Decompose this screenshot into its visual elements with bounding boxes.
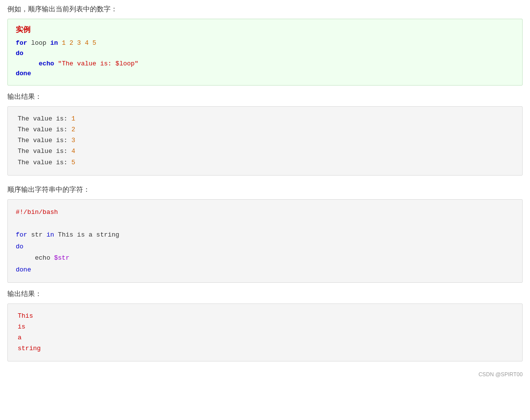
watermark: CSDN @SPIRT00 [7, 371, 523, 377]
output-box-1: The value is: 1 The value is: 2 The valu… [7, 106, 523, 175]
example-box: 实例 for loop in 1 2 3 4 5 do echo "The va… [7, 19, 523, 86]
output-label-1: 输出结果： [7, 92, 523, 101]
output2-line-4: string [18, 343, 512, 354]
code2-line-4: echo $str [16, 252, 514, 264]
intro-text: 例如，顺序输出当前列表中的数字： [7, 5, 523, 14]
output-box-2: This is a string [7, 303, 523, 361]
output-line-4: The value is: 4 [18, 146, 512, 157]
code2-line-1: #!/bin/bash [16, 207, 514, 218]
code-line-3: echo "The value is: $loop" [16, 59, 514, 69]
example-label: 实例 [16, 25, 514, 34]
output2-line-2: is [18, 322, 512, 332]
code-line-4: done [16, 69, 514, 79]
code2-line-5: done [16, 264, 514, 275]
code2-line-3: do [16, 241, 514, 252]
output-line-5: The value is: 5 [18, 157, 512, 168]
code-line-2: do [16, 49, 514, 59]
code-block-1: for loop in 1 2 3 4 5 do echo "The value… [16, 38, 514, 79]
output-label-2: 输出结果： [7, 290, 523, 299]
code-line-1: for loop in 1 2 3 4 5 [16, 38, 514, 49]
section2-label: 顺序输出字符串中的字符： [7, 185, 523, 194]
output-line-2: The value is: 2 [18, 124, 512, 135]
output-line-1: The value is: 1 [18, 114, 512, 124]
output2-line-1: This [18, 311, 512, 322]
code2-line-blank [16, 218, 514, 229]
code2-line-2: for str in This is a string [16, 229, 514, 240]
output-line-3: The value is: 3 [18, 135, 512, 146]
code-block-2: #!/bin/bash for str in This is a string … [7, 199, 523, 283]
output2-line-3: a [18, 332, 512, 343]
